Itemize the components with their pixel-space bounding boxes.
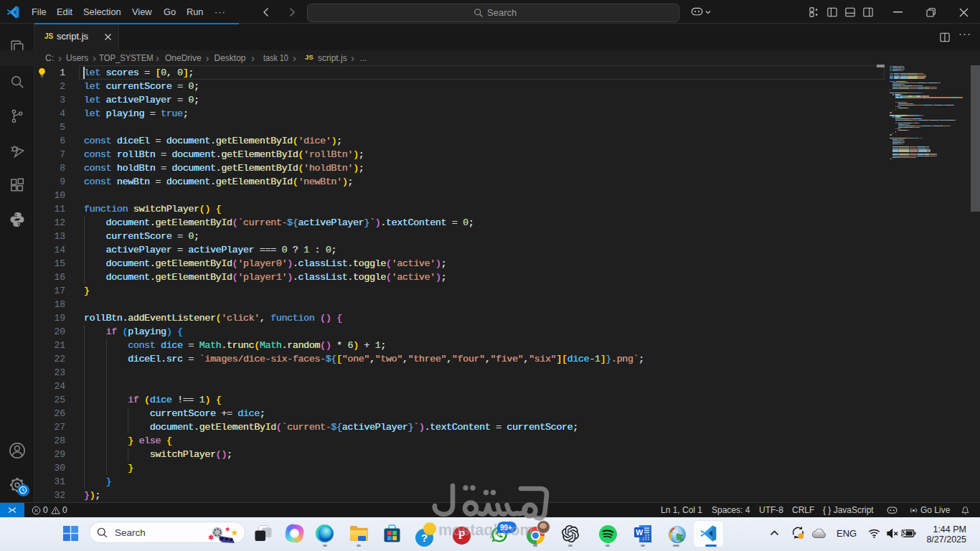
svg-text:W: W	[636, 528, 643, 537]
